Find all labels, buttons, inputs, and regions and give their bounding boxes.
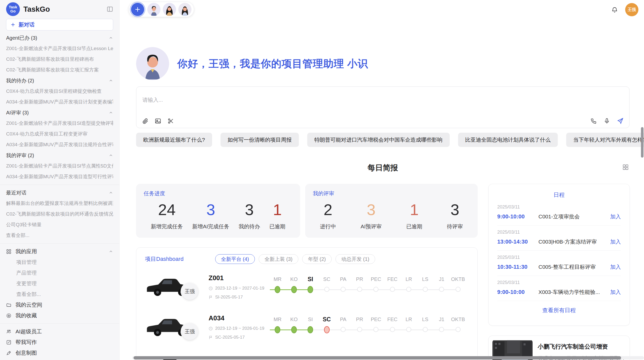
section-title: 我的评审 (2) xyxy=(6,152,34,159)
chevron-up-icon[interactable] xyxy=(109,153,113,158)
new-chat-button[interactable]: 新对话 xyxy=(6,19,113,31)
list-item[interactable]: Z001-全新燃油皮卡产品开发项目SI节点Lesson Learn报告 xyxy=(6,43,113,54)
list-item[interactable]: A034-全新新能源MUV产品开发项目法规符合性评审 xyxy=(6,139,113,150)
section-ai-review[interactable]: AI评审 (3) xyxy=(6,107,113,118)
list-item[interactable]: C02-飞腾新能源轻客改款项目立项汇报方案 xyxy=(6,65,113,75)
layout-grid-icon[interactable] xyxy=(622,164,629,171)
list-item[interactable]: C02-飞腾新能源轻客改款项目的闭环通告反馈情况 xyxy=(6,209,113,219)
chevron-up-icon[interactable] xyxy=(109,78,113,83)
sidebar-item-help-me-write[interactable]: 帮我写作 xyxy=(6,337,113,348)
schedule-card: 日程 2025/03/11 9:00-10:00 C001-立项审批会 加入 2… xyxy=(488,184,630,326)
sidebar-item-cloud-space[interactable]: 我的云空间 xyxy=(6,299,113,310)
section-recent-chats[interactable]: 最近对话 xyxy=(6,187,113,198)
main-area: 王强 你好，王强，我是你的项目管理助理 小识 欧洲新规最 xyxy=(120,0,644,360)
project-car-image: 王强 xyxy=(145,272,193,301)
suggestion-chip[interactable]: 特朗普可能对进口汽车增税会对中国车企造成哪些影响 xyxy=(307,133,450,147)
schedule-list: 2025/03/11 9:00-10:00 C001-立项审批会 加入 2025… xyxy=(489,199,630,301)
sidebar-item-project-mgmt[interactable]: 项目管理 xyxy=(6,257,113,267)
list-item[interactable]: A034-全新新能源MUV产品开发项目计划变更表编写 xyxy=(6,97,113,107)
milestone: SC xyxy=(319,276,335,300)
schedule-entry[interactable]: 2025/03/11 13:00-14:30 C003|H0B-方案冻结评审 加… xyxy=(497,226,621,251)
milestone-label: SC xyxy=(323,316,331,323)
suggestion-chip[interactable]: 比亚迪全固态电池计划具体说了什么 xyxy=(458,133,558,147)
section-agent-done[interactable]: Agent已办 (3) xyxy=(6,33,113,43)
suggestion-chip[interactable]: 欧洲新规最近颁布了什么? xyxy=(136,133,212,147)
chat-input[interactable] xyxy=(142,97,623,103)
list-item[interactable]: 公司Q3轻卡销量 xyxy=(6,219,113,230)
section-my-review[interactable]: 我的评审 (2) xyxy=(6,150,113,161)
suggestion-chip[interactable]: 如何写一份清晰的项目周报 xyxy=(221,133,299,147)
section-my-todo[interactable]: 我的待办 (2) xyxy=(6,75,113,86)
stat-value: 1 xyxy=(406,201,422,218)
milestone-dot xyxy=(341,327,346,332)
sidebar-item-label: 我的收藏 xyxy=(16,312,37,319)
view-all-chats[interactable]: 查看全部... xyxy=(6,230,113,241)
milestone-track: MR KO SI SC PA PR PEC FEC LR LS J1 OKTB xyxy=(269,276,466,300)
project-row[interactable]: 王强 Z001 2023-12-19 ~ 2027-01-19 SI-2025-… xyxy=(145,271,469,312)
schedule-entry[interactable]: 2025/03/11 9:00-10:00 X003-车辆动力学性能验... 加… xyxy=(497,276,621,301)
milestone-label: LR xyxy=(405,276,412,283)
list-item[interactable]: C02-飞腾新能源轻客改款项目里程碑画布 xyxy=(6,54,113,65)
chevron-up-icon[interactable] xyxy=(109,190,113,195)
filter-pill[interactable]: 年型 (2) xyxy=(302,254,332,264)
avatar[interactable] xyxy=(163,3,176,16)
sidebar-item-ai-super-staff[interactable]: AI超级员工 xyxy=(6,326,113,337)
sidebar-item-product-mgmt[interactable]: 产品管理 xyxy=(6,267,113,278)
chevron-up-icon[interactable] xyxy=(109,36,113,40)
list-item[interactable]: C0X4-动力总成开发项目工程变更评审 xyxy=(6,129,113,139)
filter-pill[interactable]: 动总开发 (1) xyxy=(335,254,375,264)
avatar[interactable] xyxy=(178,3,192,16)
chevron-up-icon[interactable] xyxy=(109,249,113,254)
image-icon[interactable] xyxy=(155,118,161,124)
node-label: SC-2025-05-17 xyxy=(215,335,245,340)
add-session-button[interactable] xyxy=(131,3,144,16)
user-avatar[interactable]: 王强 xyxy=(625,3,638,16)
milestone-dot xyxy=(341,287,346,292)
section-my-apps[interactable]: 我的应用 xyxy=(6,246,113,257)
project-row[interactable]: 王强 A034 2023-12-19 ~ 2026-01-19 SC-2025-… xyxy=(145,311,469,353)
phone-icon[interactable] xyxy=(590,118,597,124)
attachment-icon[interactable] xyxy=(142,118,149,124)
milestone: MR xyxy=(269,276,286,300)
sidebar-item-creative-drawing[interactable]: 创意制图 xyxy=(6,348,113,358)
schedule-entry[interactable]: 2025/03/11 10:30-11:30 C005-整车工程目标评审 加入 xyxy=(497,251,621,276)
join-link[interactable]: 加入 xyxy=(610,213,621,220)
app-title: TaskGo xyxy=(23,5,107,13)
filter-pill[interactable]: 全新平台 (4) xyxy=(215,254,255,264)
milestone: LR xyxy=(401,276,417,300)
vertical-scrollbar-thumb[interactable] xyxy=(641,127,643,158)
suggestion-chip[interactable]: 当下年轻人对汽车外观有怎样的喜好趋势 xyxy=(566,133,644,147)
task-progress-card: 任务进度 24 新增完成任务 3 新增AI完成任务 3 我的待办 xyxy=(136,184,300,238)
sidebar-item-change-mgmt[interactable]: 变更管理 xyxy=(6,278,113,289)
send-icon[interactable] xyxy=(617,117,624,124)
horizontal-scrollbar-thumb[interactable] xyxy=(134,356,621,359)
schedule-entry[interactable]: 2025/03/11 9:00-10:00 C001-立项审批会 加入 xyxy=(497,200,621,226)
filter-pill[interactable]: 全新上装 (3) xyxy=(259,254,298,264)
sidebar-item-favorites[interactable]: 我的收藏 xyxy=(6,310,113,321)
join-link[interactable]: 加入 xyxy=(610,238,621,245)
list-item[interactable]: Z001-全新燃油轻卡产品开发项目SI节点属性5D文件评审 xyxy=(6,161,113,171)
milestone: PR xyxy=(352,316,368,340)
view-all-apps[interactable]: 查看全部... xyxy=(6,289,113,299)
topbar-right: 王强 xyxy=(611,3,638,16)
list-item[interactable]: C0X4-动力总成开发项目SI里程碑提交物检查 xyxy=(6,86,113,97)
milestone: LS xyxy=(417,276,434,300)
microphone-icon[interactable] xyxy=(604,118,610,124)
collapse-sidebar-icon[interactable] xyxy=(107,6,113,12)
chevron-up-icon[interactable] xyxy=(109,110,113,115)
join-link[interactable]: 加入 xyxy=(610,263,621,271)
milestone-dot xyxy=(291,326,297,333)
milestone-label: PA xyxy=(340,316,346,323)
horizontal-scrollbar[interactable] xyxy=(132,356,644,359)
avatar[interactable] xyxy=(147,3,160,16)
list-item[interactable]: 解释最新出台的欧盟报废车法规再生塑料比例被调至15%... xyxy=(6,198,113,209)
view-all-schedule-link[interactable]: 查看所有日程 xyxy=(489,307,630,314)
list-item[interactable]: Z001-全新燃油轻卡产品开发项目SI造型提交物评审 xyxy=(6,118,113,129)
scissors-icon[interactable] xyxy=(167,118,174,124)
notification-bell-icon[interactable] xyxy=(611,6,618,13)
schedule-time: 10:30-11:30 xyxy=(497,264,538,270)
project-car-image: 王强 xyxy=(145,312,193,341)
join-link[interactable]: 加入 xyxy=(610,289,621,296)
list-item[interactable]: A034-全新新能源MUV产品开发项目造型可行性评审 xyxy=(6,171,113,182)
project-dates: 2023-12-19 ~ 2027-01-19 xyxy=(209,286,267,291)
